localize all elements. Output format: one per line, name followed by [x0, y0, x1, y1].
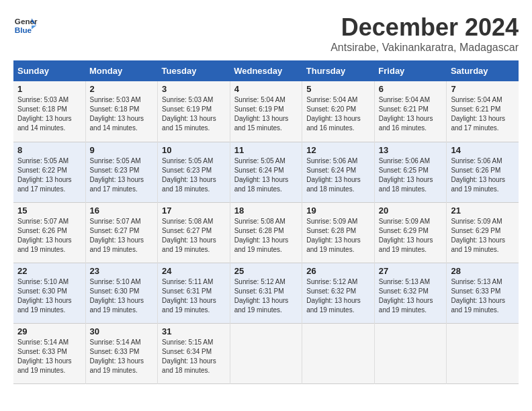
day-number: 6: [379, 84, 443, 94]
day-number: 9: [90, 145, 154, 155]
calendar-cell: 1Sunrise: 5:03 AMSunset: 6:18 PMDaylight…: [13, 81, 85, 142]
day-info: Sunrise: 5:04 AMSunset: 6:20 PMDaylight:…: [306, 95, 370, 133]
day-info: Sunrise: 5:10 AMSunset: 6:30 PMDaylight:…: [90, 277, 154, 315]
calendar-week-row: 1Sunrise: 5:03 AMSunset: 6:18 PMDaylight…: [13, 81, 519, 142]
day-info: Sunrise: 5:04 AMSunset: 6:21 PMDaylight:…: [379, 95, 443, 133]
day-number: 30: [90, 326, 154, 336]
day-info: Sunrise: 5:14 AMSunset: 6:33 PMDaylight:…: [90, 338, 154, 375]
calendar-cell: 24Sunrise: 5:11 AMSunset: 6:31 PMDayligh…: [158, 263, 230, 323]
calendar-cell: 16Sunrise: 5:07 AMSunset: 6:27 PMDayligh…: [85, 202, 158, 263]
calendar-cell: 4Sunrise: 5:04 AMSunset: 6:19 PMDaylight…: [230, 81, 302, 142]
logo-icon: General Blue: [13, 13, 38, 38]
calendar-cell: 22Sunrise: 5:10 AMSunset: 6:30 PMDayligh…: [13, 263, 85, 323]
calendar-cell: 29Sunrise: 5:14 AMSunset: 6:33 PMDayligh…: [13, 323, 85, 383]
day-number: 12: [306, 145, 370, 155]
svg-marker-3: [32, 26, 36, 29]
calendar-cell: 9Sunrise: 5:05 AMSunset: 6:23 PMDaylight…: [85, 142, 158, 202]
calendar-cell: 20Sunrise: 5:09 AMSunset: 6:29 PMDayligh…: [374, 202, 447, 263]
calendar-cell: 17Sunrise: 5:08 AMSunset: 6:27 PMDayligh…: [158, 202, 230, 263]
calendar-cell: 31Sunrise: 5:15 AMSunset: 6:34 PMDayligh…: [158, 323, 230, 383]
day-info: Sunrise: 5:07 AMSunset: 6:27 PMDaylight:…: [90, 217, 154, 255]
day-info: Sunrise: 5:04 AMSunset: 6:21 PMDaylight:…: [451, 95, 515, 133]
day-number: 22: [17, 266, 81, 276]
calendar-cell: 21Sunrise: 5:09 AMSunset: 6:29 PMDayligh…: [447, 202, 519, 263]
day-info: Sunrise: 5:10 AMSunset: 6:30 PMDaylight:…: [17, 277, 81, 315]
day-info: Sunrise: 5:13 AMSunset: 6:32 PMDaylight:…: [379, 277, 443, 315]
calendar-cell: [230, 323, 302, 383]
day-info: Sunrise: 5:06 AMSunset: 6:26 PMDaylight:…: [451, 156, 515, 194]
calendar-cell: 2Sunrise: 5:03 AMSunset: 6:18 PMDaylight…: [85, 81, 158, 142]
calendar-week-row: 15Sunrise: 5:07 AMSunset: 6:26 PMDayligh…: [13, 202, 519, 263]
day-info: Sunrise: 5:12 AMSunset: 6:31 PMDaylight:…: [234, 277, 298, 315]
calendar-week-row: 29Sunrise: 5:14 AMSunset: 6:33 PMDayligh…: [13, 323, 519, 383]
day-info: Sunrise: 5:03 AMSunset: 6:18 PMDaylight:…: [17, 95, 81, 133]
header-thursday: Thursday: [302, 60, 375, 81]
day-number: 8: [17, 145, 81, 155]
svg-text:Blue: Blue: [15, 26, 32, 34]
calendar-cell: 19Sunrise: 5:09 AMSunset: 6:28 PMDayligh…: [302, 202, 375, 263]
day-info: Sunrise: 5:12 AMSunset: 6:32 PMDaylight:…: [306, 277, 370, 315]
day-info: Sunrise: 5:03 AMSunset: 6:18 PMDaylight:…: [90, 95, 154, 133]
day-number: 7: [451, 84, 515, 94]
day-info: Sunrise: 5:08 AMSunset: 6:27 PMDaylight:…: [162, 217, 226, 255]
day-info: Sunrise: 5:05 AMSunset: 6:22 PMDaylight:…: [17, 156, 81, 194]
calendar-table: SundayMondayTuesdayWednesdayThursdayFrid…: [13, 60, 519, 384]
day-info: Sunrise: 5:09 AMSunset: 6:28 PMDaylight:…: [306, 217, 370, 255]
day-info: Sunrise: 5:07 AMSunset: 6:26 PMDaylight:…: [17, 217, 81, 255]
calendar-cell: [447, 323, 519, 383]
calendar-cell: 3Sunrise: 5:03 AMSunset: 6:19 PMDaylight…: [158, 81, 230, 142]
day-number: 10: [162, 145, 226, 155]
svg-text:General: General: [15, 17, 38, 26]
calendar-cell: 11Sunrise: 5:05 AMSunset: 6:24 PMDayligh…: [230, 142, 302, 202]
calendar-cell: 7Sunrise: 5:04 AMSunset: 6:21 PMDaylight…: [447, 81, 519, 142]
day-info: Sunrise: 5:06 AMSunset: 6:24 PMDaylight:…: [306, 156, 370, 194]
calendar-cell: 10Sunrise: 5:05 AMSunset: 6:23 PMDayligh…: [158, 142, 230, 202]
day-number: 15: [17, 205, 81, 216]
calendar-cell: 6Sunrise: 5:04 AMSunset: 6:21 PMDaylight…: [374, 81, 447, 142]
day-info: Sunrise: 5:11 AMSunset: 6:31 PMDaylight:…: [162, 277, 226, 315]
location-title: Antsirabe, Vakinankaratra, Madagascar: [330, 42, 519, 54]
calendar-cell: 14Sunrise: 5:06 AMSunset: 6:26 PMDayligh…: [447, 142, 519, 202]
day-info: Sunrise: 5:09 AMSunset: 6:29 PMDaylight:…: [379, 217, 443, 255]
day-number: 20: [379, 205, 443, 216]
day-number: 14: [451, 145, 515, 155]
day-number: 18: [234, 205, 298, 216]
calendar-cell: 30Sunrise: 5:14 AMSunset: 6:33 PMDayligh…: [85, 323, 158, 383]
day-number: 4: [234, 84, 298, 94]
title-area: December 2024 Antsirabe, Vakinankaratra,…: [330, 13, 519, 54]
header-monday: Monday: [85, 60, 158, 81]
day-info: Sunrise: 5:14 AMSunset: 6:33 PMDaylight:…: [17, 338, 81, 375]
day-info: Sunrise: 5:06 AMSunset: 6:25 PMDaylight:…: [379, 156, 443, 194]
page-header: General Blue December 2024 Antsirabe, Va…: [13, 13, 519, 54]
calendar-cell: 27Sunrise: 5:13 AMSunset: 6:32 PMDayligh…: [374, 263, 447, 323]
day-number: 5: [306, 84, 370, 94]
calendar-cell: 8Sunrise: 5:05 AMSunset: 6:22 PMDaylight…: [13, 142, 85, 202]
calendar-cell: [302, 323, 375, 383]
day-number: 28: [451, 266, 515, 276]
header-wednesday: Wednesday: [230, 60, 302, 81]
day-number: 26: [306, 266, 370, 276]
day-number: 19: [306, 205, 370, 216]
day-info: Sunrise: 5:05 AMSunset: 6:23 PMDaylight:…: [162, 156, 226, 194]
day-info: Sunrise: 5:13 AMSunset: 6:33 PMDaylight:…: [451, 277, 515, 315]
day-number: 1: [17, 84, 81, 94]
header-friday: Friday: [374, 60, 447, 81]
day-number: 21: [451, 205, 515, 216]
day-info: Sunrise: 5:04 AMSunset: 6:19 PMDaylight:…: [234, 95, 298, 133]
calendar-cell: 12Sunrise: 5:06 AMSunset: 6:24 PMDayligh…: [302, 142, 375, 202]
calendar-cell: 5Sunrise: 5:04 AMSunset: 6:20 PMDaylight…: [302, 81, 375, 142]
header-tuesday: Tuesday: [158, 60, 230, 81]
calendar-week-row: 8Sunrise: 5:05 AMSunset: 6:22 PMDaylight…: [13, 142, 519, 202]
day-number: 27: [379, 266, 443, 276]
calendar-cell: 26Sunrise: 5:12 AMSunset: 6:32 PMDayligh…: [302, 263, 375, 323]
day-number: 2: [90, 84, 154, 94]
day-info: Sunrise: 5:08 AMSunset: 6:28 PMDaylight:…: [234, 217, 298, 255]
day-info: Sunrise: 5:05 AMSunset: 6:24 PMDaylight:…: [234, 156, 298, 194]
day-number: 29: [17, 326, 81, 336]
calendar-cell: 25Sunrise: 5:12 AMSunset: 6:31 PMDayligh…: [230, 263, 302, 323]
calendar-cell: 23Sunrise: 5:10 AMSunset: 6:30 PMDayligh…: [85, 263, 158, 323]
day-number: 13: [379, 145, 443, 155]
day-number: 23: [90, 266, 154, 276]
day-info: Sunrise: 5:15 AMSunset: 6:34 PMDaylight:…: [162, 338, 226, 375]
day-info: Sunrise: 5:03 AMSunset: 6:19 PMDaylight:…: [162, 95, 226, 133]
